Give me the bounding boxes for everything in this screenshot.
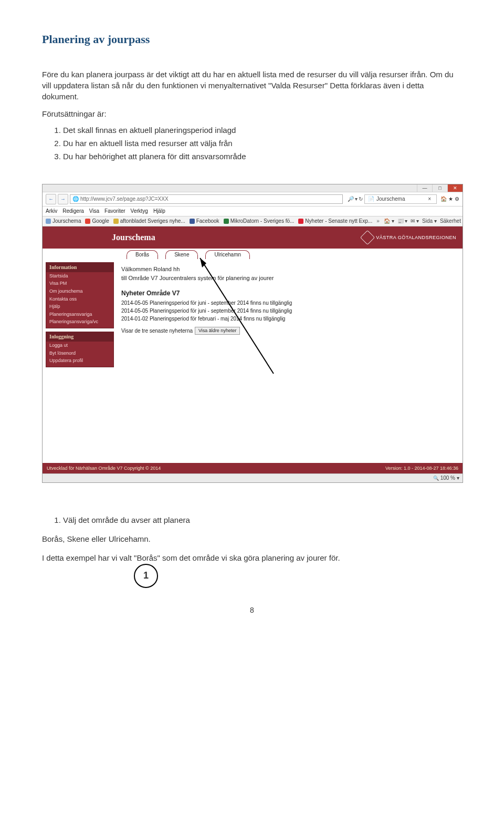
callout-number: 1 <box>134 564 158 588</box>
refresh-icon[interactable]: ↻ <box>359 195 363 203</box>
sidebar-header: Inloggning <box>46 332 113 342</box>
favicon-icon <box>224 219 229 224</box>
bookmark-right-tools: 🏠 ▾ 📰 ▾ ✉ ▾ Sida ▾ Säkerhet ▾ Verktyg ▾ … <box>384 218 463 225</box>
favicon-icon <box>298 219 303 224</box>
app-footer: Utvecklad för Närhälsan Område V7 Copyri… <box>43 463 463 474</box>
search-icon[interactable]: 🔎 <box>348 195 354 203</box>
sidebar-item-bytlosen[interactable]: Byt lösenord <box>46 349 113 357</box>
app-body: Information Startsida Visa PM Om joursch… <box>43 259 463 374</box>
sidebar-item-loggaut[interactable]: Logga ut <box>46 342 113 349</box>
sidebar-panel-login: Inloggning Logga ut Byt lösenord Uppdate… <box>46 332 114 367</box>
bookmark-item[interactable]: Facebook <box>190 218 219 225</box>
footer-version: Version: 1.0 - 2014-08-27 18:46:36 <box>385 465 458 472</box>
tab-close-icon[interactable]: × <box>428 195 431 203</box>
region-name: VÄSTRA GÖTALANDSREGIONEN <box>376 234 456 241</box>
minimize-button[interactable]: — <box>417 184 432 192</box>
region-brand: VÄSTRA GÖTALANDSREGIONEN <box>362 232 456 243</box>
bookmark-item[interactable]: Nyheter - Senaste nytt Exp... <box>298 218 372 225</box>
sidebar-item-startsida[interactable]: Startsida <box>46 272 113 280</box>
home-icon[interactable]: 🏠 <box>440 195 447 203</box>
safety-menu[interactable]: Säkerhet ▾ <box>440 218 463 225</box>
menu-item[interactable]: Visa <box>89 208 99 215</box>
mail-icon[interactable]: ✉ ▾ <box>411 218 419 225</box>
favicon-icon <box>113 219 119 224</box>
maximize-button[interactable]: □ <box>432 184 447 192</box>
globe-icon: 🌐 <box>72 195 79 203</box>
sidebar-item-planeringsansvariga[interactable]: Planeringsansvariga <box>46 311 113 318</box>
browser-status-bar: 🔍 100 % ▾ <box>43 473 463 482</box>
bookmark-item[interactable]: Jourschema <box>46 218 81 225</box>
bookmark-item[interactable]: aftonbladet Sveriges nyhe... <box>113 218 185 225</box>
sidebar-panel-info: Information Startsida Visa PM Om joursch… <box>46 262 114 328</box>
browser-window: — □ ✕ ← → 🌐 http://www.jcv7.se/page.asp?… <box>42 184 463 483</box>
older-news-button[interactable]: Visa äldre nyheter <box>195 327 240 335</box>
browser-tab[interactable]: 📄 Jourschema × <box>364 194 437 204</box>
older-news-prefix: Visar de tre senaste nyheterna <box>121 327 193 335</box>
address-url: http://www.jcv7.se/page.asp?JC=XXX <box>80 195 169 203</box>
news-item: 2014-05-05 Planeringsperiod för juni - s… <box>121 300 455 307</box>
browser-nav-row: ← → 🌐 http://www.jcv7.se/page.asp?JC=XXX… <box>43 192 463 207</box>
menu-item[interactable]: Verktyg <box>131 208 148 215</box>
sidebar-item-om[interactable]: Om jourschema <box>46 287 113 295</box>
prereq-list: Det skall finnas en aktuell planeringspe… <box>52 123 462 163</box>
list-item: Du har en aktuell lista med resurser att… <box>63 137 462 150</box>
favicon-icon <box>190 219 195 224</box>
bookmark-item[interactable]: Google <box>85 218 109 225</box>
tab-boras[interactable]: Borås <box>127 250 158 259</box>
address-bar[interactable]: 🌐 http://www.jcv7.se/page.asp?JC=XXX <box>70 194 343 204</box>
prereq-intro: Förutsättningar är: <box>42 108 462 119</box>
sidebar: Information Startsida Visa PM Om joursch… <box>43 259 114 374</box>
browser-menu: Arkiv Redigera Visa Favoriter Verktyg Hj… <box>43 207 463 216</box>
screenshot-figure: — □ ✕ ← → 🌐 http://www.jcv7.se/page.asp?… <box>42 184 462 483</box>
forward-button[interactable]: → <box>58 194 68 204</box>
page-number: 8 <box>42 605 462 616</box>
welcome-line-2: till Område V7 Jourcentralers system för… <box>121 274 455 282</box>
app-banner: Jourschema VÄSTRA GÖTALANDSREGIONEN <box>43 226 463 249</box>
list-item: Du har behörighet att planera för ditt a… <box>63 150 462 163</box>
zoom-level[interactable]: 100 % <box>440 474 455 482</box>
page-menu[interactable]: Sida ▾ <box>422 218 437 225</box>
tab-ulricehamn[interactable]: Ulricehamn <box>205 250 250 259</box>
news-item: 2014-01-02 Planeringsperiod för februari… <box>121 315 455 323</box>
feeds-icon[interactable]: 📰 ▾ <box>397 218 408 225</box>
older-news-row: Visar de tre senaste nyheterna Visa äldr… <box>121 327 455 335</box>
back-button[interactable]: ← <box>46 194 56 204</box>
favicon-icon <box>85 219 90 224</box>
zoom-dropdown-icon[interactable]: ▾ <box>457 474 459 482</box>
favorites-icon[interactable]: ★ <box>448 195 453 203</box>
list-item: Välj det område du avser att planera <box>63 514 462 525</box>
window-titlebar: — □ ✕ <box>43 184 463 192</box>
city-tabs: Borås Skene Ulricehamn <box>43 249 463 259</box>
bookmark-bar: Jourschema Google aftonbladet Sveriges n… <box>43 216 463 226</box>
zoom-icon: 🔍 <box>433 475 439 482</box>
sidebar-item-planeringsansvariga-vc[interactable]: Planeringsansvariga/vc <box>46 318 113 326</box>
main-content: Välkommen Roland hh till Område V7 Jourc… <box>114 259 463 374</box>
sidebar-item-visapm[interactable]: Visa PM <box>46 280 113 287</box>
intro-paragraph: Före du kan planera jourpass är det vikt… <box>42 69 462 102</box>
home-icon[interactable]: 🏠 ▾ <box>384 218 394 225</box>
tab-skene[interactable]: Skene <box>165 250 198 259</box>
tab-favicon: 📄 <box>368 195 374 203</box>
sidebar-item-kontakta[interactable]: Kontakta oss <box>46 295 113 303</box>
sidebar-header: Information <box>46 263 113 272</box>
bookmark-item[interactable]: MikroDatorn - Sveriges fö... <box>224 218 295 225</box>
close-button[interactable]: ✕ <box>447 184 463 192</box>
sidebar-item-uppdateraprofil[interactable]: Uppdatera profil <box>46 357 113 365</box>
cities-line: Borås, Skene eller Ulricehamn. <box>42 533 462 544</box>
menu-item[interactable]: Redigera <box>62 208 84 215</box>
app-title: Jourschema <box>112 232 155 243</box>
page-heading: Planering av jourpass <box>42 32 462 48</box>
sidebar-item-hjalp[interactable]: Hjälp <box>46 303 113 311</box>
menu-item[interactable]: Arkiv <box>46 208 57 215</box>
search-refresh-group: 🔎 ▾ ↻ <box>348 195 363 203</box>
news-header: Nyheter Område V7 <box>121 289 455 298</box>
list-item: Det skall finnas en aktuell planeringspe… <box>63 123 462 137</box>
gear-icon[interactable]: ⚙ <box>455 195 459 203</box>
footer-copyright: Utvecklad för Närhälsan Område V7 Copyri… <box>47 465 161 472</box>
welcome-line-1: Välkommen Roland hh <box>121 265 455 273</box>
menu-item[interactable]: Hjälp <box>153 208 165 215</box>
post-screenshot-text: Välj det område du avser att planera Bor… <box>42 514 462 563</box>
menu-item[interactable]: Favoriter <box>104 208 125 215</box>
region-logo-icon <box>360 230 375 245</box>
news-item: 2014-05-05 Planeringsperiod för juni - s… <box>121 307 455 315</box>
